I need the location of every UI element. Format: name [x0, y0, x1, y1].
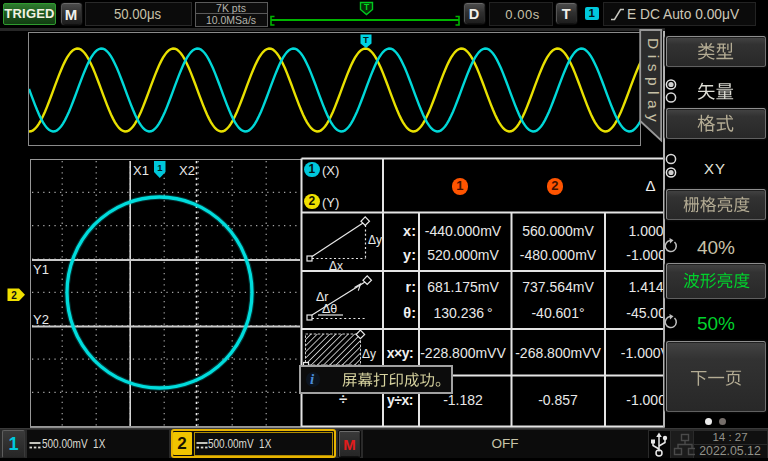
svg-text:Δy: Δy: [362, 347, 376, 361]
svg-text:Δy: Δy: [368, 233, 382, 247]
svg-text:Δθ: Δθ: [322, 302, 337, 316]
svg-text:Δx: Δx: [329, 259, 343, 271]
